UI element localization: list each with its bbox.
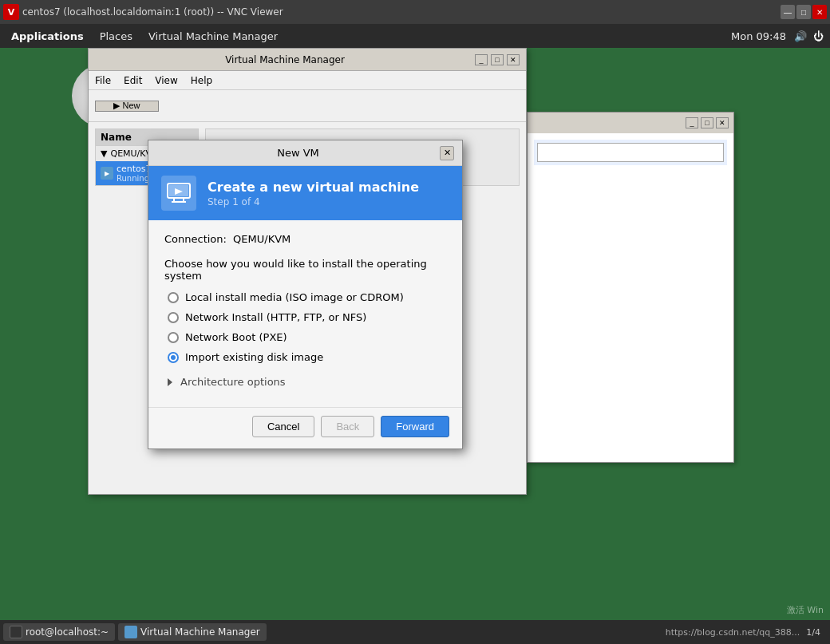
background-window: _ □ ✕ bbox=[527, 112, 734, 463]
radio-network-install-label: Network Install (HTTP, FTP, or NFS) bbox=[185, 311, 366, 323]
step-number: Step 1 of 4 bbox=[208, 196, 419, 207]
bg-win-content bbox=[528, 133, 733, 178]
vmm-minimize-button[interactable]: _ bbox=[475, 54, 488, 65]
bg-text-input[interactable] bbox=[537, 143, 724, 162]
vnc-titlebar: V centos7 (localhost.localdomain:1 (root… bbox=[0, 0, 830, 24]
vm-icon: ▶ bbox=[101, 167, 113, 180]
cancel-button[interactable]: Cancel bbox=[252, 416, 314, 437]
back-button[interactable]: Back bbox=[321, 416, 374, 437]
vmm-window-controls: _ □ ✕ bbox=[475, 54, 520, 65]
applications-menu[interactable]: Applications bbox=[8, 30, 87, 42]
vm-monitor-icon bbox=[166, 180, 192, 206]
bg-input-area bbox=[534, 140, 727, 165]
vnc-window-controls: — □ ✕ bbox=[781, 5, 827, 19]
newvm-dialog: New VM ✕ Create a new virtual machine St… bbox=[148, 140, 463, 449]
install-method-radio-group: Local install media (ISO image or CDROM)… bbox=[164, 291, 446, 363]
vnc-maximize-button[interactable]: □ bbox=[796, 5, 811, 19]
install-label: Choose how you would like to install the… bbox=[164, 258, 446, 282]
radio-local-label: Local install media (ISO image or CDROM) bbox=[185, 291, 404, 303]
vmm-taskbar-icon bbox=[125, 626, 137, 638]
vmm-help-menu[interactable]: Help bbox=[191, 75, 212, 86]
power-icon[interactable]: ⏻ bbox=[813, 30, 824, 42]
radio-network-install-input[interactable] bbox=[168, 312, 179, 323]
terminal-taskbar-item[interactable]: root@localhost:~ bbox=[3, 623, 115, 641]
radio-network-boot[interactable]: Network Boot (PXE) bbox=[168, 331, 446, 343]
vmm-menu-item[interactable]: Virtual Machine Manager bbox=[145, 30, 281, 42]
vmm-window-title: Virtual Machine Manager bbox=[95, 54, 475, 65]
vmm-edit-menu[interactable]: Edit bbox=[124, 75, 142, 86]
vmm-toolbar: ▶ New bbox=[89, 90, 526, 122]
vmm-menubar: File Edit View Help bbox=[89, 71, 526, 90]
step-text-block: Create a new virtual machine Step 1 of 4 bbox=[208, 180, 419, 207]
dialog-titlebar: New VM ✕ bbox=[148, 140, 462, 166]
new-vm-toolbar-button[interactable]: ▶ New bbox=[95, 101, 159, 112]
vmm-close-button[interactable]: ✕ bbox=[507, 54, 520, 65]
connection-row: Connection: QEMU/KVM bbox=[164, 233, 446, 245]
vm-status: Running bbox=[117, 174, 152, 183]
connection-label: Connection: bbox=[164, 233, 227, 245]
radio-import-disk[interactable]: Import existing disk image bbox=[168, 351, 446, 363]
radio-import-disk-label: Import existing disk image bbox=[185, 351, 323, 363]
radio-local-install[interactable]: Local install media (ISO image or CDROM) bbox=[168, 291, 446, 303]
bg-minimize-button[interactable]: _ bbox=[686, 117, 698, 128]
dialog-close-button[interactable]: ✕ bbox=[440, 146, 454, 160]
forward-button[interactable]: Forward bbox=[381, 416, 449, 437]
dialog-body: Connection: QEMU/KVM Choose how you woul… bbox=[148, 220, 462, 407]
radio-network-boot-label: Network Boot (PXE) bbox=[185, 331, 287, 343]
places-menu[interactable]: Places bbox=[97, 30, 136, 42]
connection-value: QEMU/KVM bbox=[233, 233, 290, 245]
step-icon-container bbox=[161, 176, 196, 211]
taskbar-bottom: root@localhost:~ Virtual Machine Manager… bbox=[0, 620, 830, 644]
vmm-maximize-button[interactable]: □ bbox=[491, 54, 504, 65]
clock: Mon 09:48 bbox=[731, 30, 786, 42]
bg-win-controls: _ □ ✕ bbox=[686, 117, 729, 128]
vm-item-content: centos7 Running bbox=[117, 164, 152, 183]
page-number: 1/4 bbox=[806, 627, 820, 638]
group-expand-icon: ▼ bbox=[101, 148, 107, 159]
vnc-close-button[interactable]: ✕ bbox=[812, 5, 827, 19]
vnc-title: centos7 (localhost.localdomain:1 (root))… bbox=[22, 6, 781, 18]
bg-win-titlebar: _ □ ✕ bbox=[528, 113, 733, 133]
vmm-view-menu[interactable]: View bbox=[155, 75, 177, 86]
step-title: Create a new virtual machine bbox=[208, 180, 419, 195]
gnome-topbar: Applications Places Virtual Machine Mana… bbox=[0, 24, 830, 48]
taskbar-right-area: https://blog.csdn.net/qq_388... 1/4 bbox=[666, 627, 827, 638]
terminal-taskbar-label: root@localhost:~ bbox=[26, 626, 109, 638]
url-display: https://blog.csdn.net/qq_388... bbox=[666, 627, 800, 638]
vnc-minimize-button[interactable]: — bbox=[781, 5, 795, 19]
vnc-logo: V bbox=[3, 4, 19, 20]
activate-watermark: 激活 Win bbox=[787, 604, 824, 616]
dialog-buttons: Cancel Back Forward bbox=[148, 407, 462, 448]
bg-maximize-button[interactable]: □ bbox=[701, 117, 713, 128]
vmm-file-menu[interactable]: File bbox=[95, 75, 111, 86]
radio-import-disk-input[interactable] bbox=[168, 352, 179, 363]
vmm-taskbar-item[interactable]: Virtual Machine Manager bbox=[118, 623, 267, 641]
architecture-options-section[interactable]: Architecture options bbox=[164, 376, 446, 388]
vm-name: centos7 bbox=[117, 164, 152, 174]
desktop: V centos7 (localhost.localdomain:1 (root… bbox=[0, 0, 830, 644]
volume-icon[interactable]: 🔊 bbox=[794, 30, 807, 42]
radio-network-boot-input[interactable] bbox=[168, 332, 179, 343]
dialog-title: New VM bbox=[156, 147, 440, 159]
bg-close-button[interactable]: ✕ bbox=[716, 117, 729, 128]
system-tray-icons: 🔊 ⏻ bbox=[794, 30, 824, 42]
gnome-app-menu: Applications Places Virtual Machine Mana… bbox=[0, 30, 289, 42]
vmm-titlebar: Virtual Machine Manager _ □ ✕ bbox=[89, 49, 526, 71]
radio-network-install[interactable]: Network Install (HTTP, FTP, or NFS) bbox=[168, 311, 446, 323]
terminal-icon bbox=[10, 626, 22, 638]
vmm-taskbar-label: Virtual Machine Manager bbox=[140, 626, 260, 638]
arch-options-label: Architecture options bbox=[180, 376, 286, 388]
arch-arrow-right-icon bbox=[168, 378, 172, 386]
radio-local-input[interactable] bbox=[168, 292, 179, 303]
step-header: Create a new virtual machine Step 1 of 4 bbox=[148, 166, 462, 220]
